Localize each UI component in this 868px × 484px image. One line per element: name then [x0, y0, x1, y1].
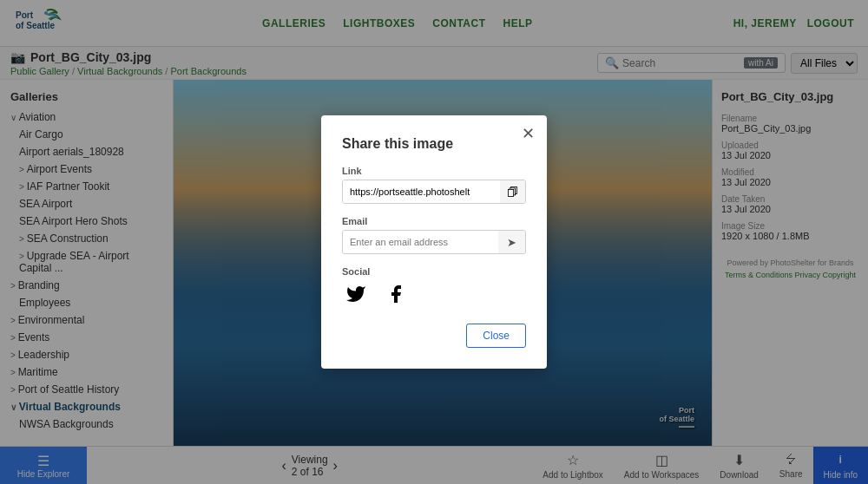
share-modal: Share this image ✕ Link 🗍 Email ➤ Social… [321, 115, 547, 369]
email-input-row: ➤ [342, 230, 526, 254]
social-label: Social [342, 266, 526, 277]
link-input-row: 🗍 [342, 180, 526, 204]
modal-overlay[interactable]: Share this image ✕ Link 🗍 Email ➤ Social… [0, 0, 868, 484]
link-label: Link [342, 166, 526, 176]
facebook-icon[interactable] [382, 280, 410, 308]
email-input[interactable] [343, 231, 498, 253]
copy-link-button[interactable]: 🗍 [500, 180, 525, 203]
twitter-icon[interactable] [342, 280, 370, 308]
modal-footer: Close [342, 324, 526, 348]
email-label: Email [342, 216, 526, 226]
modal-close-icon[interactable]: ✕ [522, 126, 535, 141]
link-input[interactable] [343, 180, 500, 203]
social-icons [342, 280, 526, 308]
modal-close-button[interactable]: Close [466, 324, 526, 348]
send-email-button[interactable]: ➤ [498, 231, 525, 253]
modal-title: Share this image [342, 136, 526, 152]
